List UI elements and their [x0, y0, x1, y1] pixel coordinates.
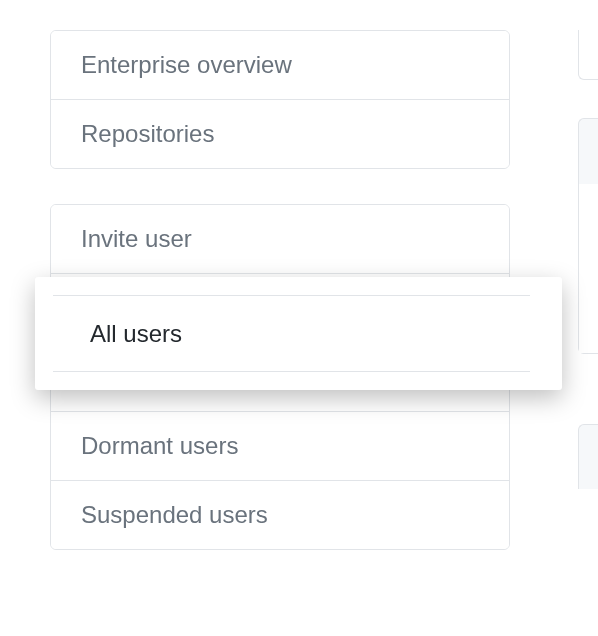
- nav-label: Dormant users: [81, 432, 238, 459]
- nav-item-invite-user[interactable]: Invite user: [51, 205, 509, 274]
- nav-label: Repositories: [81, 120, 214, 147]
- nav-item-suspended-users[interactable]: Suspended users: [51, 481, 509, 549]
- highlight-bottom-divider: [53, 371, 530, 372]
- nav-item-dormant-users[interactable]: Dormant users: [51, 412, 509, 481]
- panel-edge-middle: [578, 118, 598, 354]
- nav-item-repositories[interactable]: Repositories: [51, 100, 509, 168]
- nav-group-overview: Enterprise overview Repositories: [50, 30, 510, 169]
- panel-edge-top: [578, 30, 598, 80]
- highlight-top-divider: [53, 295, 530, 296]
- highlight-callout: All users: [35, 277, 562, 390]
- highlight-label: All users: [90, 320, 182, 348]
- nav-label: Enterprise overview: [81, 51, 292, 78]
- nav-label: Suspended users: [81, 501, 268, 528]
- nav-item-enterprise-overview[interactable]: Enterprise overview: [51, 31, 509, 100]
- nav-label: Invite user: [81, 225, 192, 252]
- panel-edge-bottom: [578, 424, 598, 489]
